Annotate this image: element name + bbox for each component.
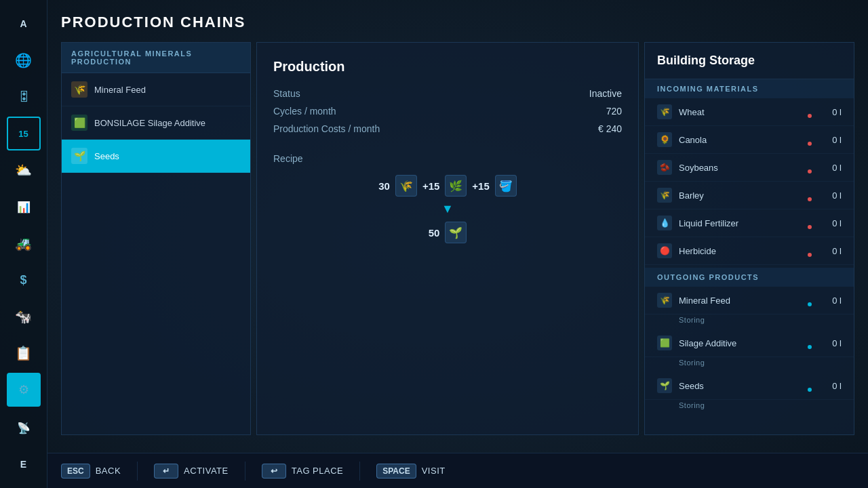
page-title: PRODUCTION CHAINS	[61, 14, 854, 31]
production-title: Production	[273, 59, 622, 75]
money-icon: $	[20, 273, 26, 287]
mineral-feed-icon: 🌾	[71, 81, 87, 98]
sidebar-item-money[interactable]: $	[7, 263, 41, 297]
animal-icon: 🐄	[15, 308, 32, 325]
output-amount: 50	[429, 227, 440, 239]
outgoing-seeds-name: Seeds	[679, 381, 806, 391]
input-icon-3: 🪣	[495, 175, 517, 197]
sidebar: A 🌐 🎛 15 ⛅ 📊 🚜 $ 🐄 📋 ⚙ 📡 E	[0, 0, 47, 488]
outgoing-header: OUTGOING PRODUCTS	[645, 268, 854, 287]
input-plus-1: +15	[422, 180, 439, 192]
soybeans-name: Soybeans	[679, 163, 806, 173]
recipe-visual: 30 🌾 +15 🌿 +15 🪣 ▼ 50 🌱	[273, 175, 622, 243]
incoming-header: INCOMING MATERIALS	[645, 79, 854, 98]
wheat-amount: 0 l	[821, 107, 842, 117]
bottom-bar: ESC BACK ↵ ACTIVATE ↩ TAG PLACE SPACE VI…	[47, 453, 868, 488]
herbicide-dot	[808, 253, 812, 257]
sidebar-item-satellite[interactable]: 📡	[7, 411, 41, 445]
a-icon: A	[20, 18, 26, 29]
notes-icon: 📋	[15, 345, 32, 361]
storage-item-herbicide: 🔴 Herbicide 0 l	[645, 237, 854, 265]
tag-place-btn[interactable]: ↩ TAG PLACE	[262, 464, 344, 479]
herbicide-amount: 0 l	[821, 246, 842, 256]
liquid-fertilizer-dot	[808, 225, 812, 229]
status-value: Inactive	[589, 88, 622, 99]
storage-item-liquid-fertilizer: 💧 Liquid Fertilizer 0 l	[645, 209, 854, 237]
barley-icon: 🌾	[657, 188, 672, 203]
canola-icon: 🌻	[657, 132, 672, 147]
status-row: Status Inactive	[273, 88, 622, 99]
liquid-fertilizer-amount: 0 l	[821, 218, 842, 228]
recipe-output: 50 🌱	[429, 222, 467, 243]
chain-item-mineral-feed[interactable]: 🌾 Mineral Feed	[62, 73, 250, 106]
cycles-row: Cycles / month 720	[273, 106, 622, 117]
tractor-icon: 🚜	[15, 235, 32, 251]
storage-item-seeds-out: 🌱 Seeds 0 l	[645, 372, 854, 400]
sidebar-item-calendar[interactable]: 15	[7, 117, 41, 150]
visit-label: VISIT	[422, 466, 446, 476]
liquid-fertilizer-icon: 💧	[657, 216, 672, 230]
herbicide-icon: 🔴	[657, 243, 672, 258]
esc-key: ESC	[61, 464, 90, 479]
activate-btn[interactable]: ↵ ACTIVATE	[154, 464, 229, 479]
activate-label: ACTIVATE	[184, 466, 229, 476]
sidebar-item-chart[interactable]: 📊	[7, 190, 41, 224]
herbicide-name: Herbicide	[679, 246, 806, 256]
left-section-header: AGRICULTURAL MINERALS PRODUCTION	[62, 43, 250, 73]
outgoing-silage-name: Silage Additive	[679, 338, 806, 348]
costs-label: Production Costs / month	[273, 123, 380, 134]
panel-left: AGRICULTURAL MINERALS PRODUCTION 🌾 Miner…	[61, 42, 251, 435]
sidebar-item-notes[interactable]: 📋	[7, 336, 41, 370]
seeds-icon: 🌱	[71, 148, 87, 164]
divider-2	[245, 462, 245, 481]
input-icon-1: 🌾	[395, 175, 417, 197]
silage-additive-status: Storing	[645, 357, 854, 372]
panels: AGRICULTURAL MINERALS PRODUCTION 🌾 Miner…	[61, 42, 854, 435]
input-plus-2: +15	[472, 180, 489, 192]
space-key: SPACE	[376, 464, 416, 479]
liquid-fertilizer-name: Liquid Fertilizer	[679, 218, 806, 228]
mineral-feed-status: Storing	[645, 314, 854, 329]
sidebar-item-tractor[interactable]: 🚜	[7, 226, 41, 260]
sidebar-item-steering[interactable]: 🎛	[7, 80, 41, 114]
storage-item-wheat: 🌾 Wheat 0 l	[645, 98, 854, 126]
outgoing-mineral-feed-dot	[808, 302, 812, 306]
wheat-dot	[808, 114, 812, 118]
barley-name: Barley	[679, 190, 806, 201]
cycles-value: 720	[606, 106, 622, 117]
canola-dot	[808, 142, 812, 146]
divider-3	[359, 462, 360, 481]
production-icon: ⚙	[18, 382, 29, 397]
back-label: BACK	[96, 466, 121, 476]
barley-amount: 0 l	[821, 190, 842, 201]
tag-key: ↩	[262, 464, 286, 479]
outgoing-silage-icon: 🟩	[657, 336, 672, 350]
outgoing-mineral-feed-name: Mineral Feed	[679, 296, 806, 306]
sidebar-item-production[interactable]: ⚙	[7, 373, 41, 407]
divider-1	[137, 462, 138, 481]
visit-btn[interactable]: SPACE VISIT	[376, 464, 445, 479]
sidebar-item-globe[interactable]: 🌐	[7, 43, 41, 77]
sidebar-item-weather[interactable]: ⛅	[7, 153, 41, 187]
outgoing-silage-dot	[808, 345, 812, 349]
main-content: PRODUCTION CHAINS AGRICULTURAL MINERALS …	[47, 0, 868, 488]
canola-name: Canola	[679, 135, 806, 145]
storage-item-canola: 🌻 Canola 0 l	[645, 126, 854, 154]
sidebar-item-a[interactable]: A	[7, 7, 41, 41]
storage-item-soybeans: 🫘 Soybeans 0 l	[645, 154, 854, 182]
storage-item-silage-additive: 🟩 Silage Additive 0 l	[645, 329, 854, 357]
chain-item-seeds[interactable]: 🌱 Seeds	[62, 140, 250, 173]
costs-value: € 240	[598, 123, 622, 134]
seeds-label: Seeds	[94, 151, 119, 161]
outgoing-mineral-feed-icon: 🌾	[657, 293, 672, 308]
sidebar-item-animal[interactable]: 🐄	[7, 300, 41, 333]
weather-icon: ⛅	[15, 162, 32, 178]
chain-item-bonsilage[interactable]: 🟩 BONSILAGE Silage Additive	[62, 106, 250, 140]
esc-back-btn[interactable]: ESC BACK	[61, 464, 121, 479]
status-label: Status	[273, 88, 300, 99]
bonsilage-label: BONSILAGE Silage Additive	[94, 118, 205, 128]
soybeans-dot	[808, 169, 812, 174]
sidebar-item-e[interactable]: E	[7, 447, 41, 481]
input-amount-1: 30	[378, 180, 390, 192]
outgoing-seeds-dot	[808, 388, 812, 392]
